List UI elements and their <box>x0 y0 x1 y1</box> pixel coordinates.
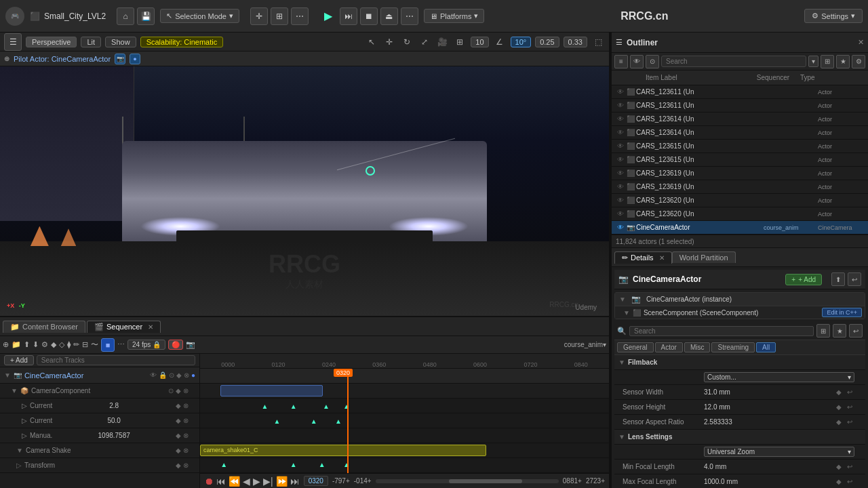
tab-content-browser[interactable]: 📁 Content Browser <box>3 321 85 333</box>
grid-icon[interactable]: ⊞ <box>453 35 467 49</box>
shake-del-icon[interactable]: ⊗ <box>183 447 189 454</box>
seq-record-display[interactable]: 🔴 <box>168 340 183 350</box>
nav-left-val[interactable]: -797+ <box>332 477 350 485</box>
record-icon[interactable]: ● <box>191 371 195 379</box>
outliner-item-cars-123615-a[interactable]: 👁 ⬛ CARS_123615 (Un Actor <box>612 140 868 153</box>
selection-mode-btn[interactable]: ↖ Selection Mode ▾ <box>160 9 239 23</box>
seq-pencil-icon[interactable]: ✏ <box>73 340 79 349</box>
platforms-btn[interactable]: 🖥 Platforms ▾ <box>424 9 484 23</box>
aspect-icon[interactable]: ⬚ <box>591 35 605 49</box>
det-grid-btn[interactable]: ⊞ <box>816 324 830 338</box>
to-start-btn[interactable]: ⏮ <box>216 476 226 487</box>
more-btn[interactable]: ⋯ <box>291 7 309 25</box>
outliner-item-cars-123620-a[interactable]: 👁 ⬛ CARS_123620 (Un Actor <box>612 194 868 207</box>
sequencer-tab-close[interactable]: ✕ <box>148 323 153 331</box>
sh-key-btn[interactable]: ◆ <box>834 403 844 412</box>
tab-details[interactable]: ✏ Details ✕ <box>614 251 672 264</box>
outliner-eye-btn[interactable]: 👁 <box>630 55 644 68</box>
step-back-btn[interactable]: ⏪ <box>229 476 240 487</box>
sa-reset-btn[interactable]: ↩ <box>845 418 854 427</box>
cc-key-icon[interactable]: ◆ <box>176 387 181 394</box>
sw-reset-btn[interactable]: ↩ <box>845 388 854 397</box>
play-transport-btn[interactable]: ▶ <box>253 476 260 487</box>
seq-import-icon[interactable]: ⬆ <box>24 340 30 349</box>
seq-add-icon[interactable]: ⊕ <box>3 340 9 349</box>
timecode-display[interactable]: 0320 <box>304 476 328 486</box>
transform-del-icon[interactable]: ⊗ <box>183 462 189 469</box>
lit-btn[interactable]: Lit <box>81 37 101 47</box>
angle-icon[interactable]: ∠ <box>493 35 507 49</box>
outliner-search-input[interactable] <box>661 56 806 67</box>
nav-mid-val[interactable]: -014+ <box>354 477 372 485</box>
seq-diamond-icon[interactable]: ◇ <box>59 340 64 349</box>
st2-key-icon[interactable]: ◆ <box>176 417 181 424</box>
eject-btn[interactable]: ⏏ <box>380 7 398 25</box>
cam-lock-btn[interactable]: 📷 <box>115 54 125 64</box>
more-play-btn[interactable]: ⋯ <box>401 7 418 25</box>
record-btn[interactable]: ⏺ <box>204 476 214 487</box>
subtab-misc[interactable]: Misc <box>684 342 711 352</box>
mf-key-btn[interactable]: ◆ <box>834 462 844 472</box>
col-item-label[interactable]: Item Label <box>646 74 746 81</box>
angle-value[interactable]: 10° <box>511 37 532 47</box>
sh-reset-btn[interactable]: ↩ <box>845 403 854 412</box>
seq-export-icon[interactable]: ⬇ <box>33 340 39 349</box>
opacity-value[interactable]: 0.33 <box>564 37 587 47</box>
outliner-sort-btn[interactable]: ⊙ <box>646 55 659 68</box>
scale-value[interactable]: 0.25 <box>535 37 559 47</box>
save-btn[interactable]: 💾 <box>137 7 155 25</box>
nav-right-val[interactable]: 2723+ <box>586 477 605 485</box>
translate-btn[interactable]: ✛ <box>250 7 268 25</box>
timeline-scrollbar[interactable] <box>376 479 559 483</box>
seq-dots-icon[interactable]: ⋯ <box>117 340 125 349</box>
sensor-height-value[interactable]: 12.0 mm <box>704 403 831 411</box>
seq-active-mode-btn[interactable]: ■ <box>101 338 115 352</box>
edit-in-cpp-btn[interactable]: Edit in C++ <box>822 308 862 317</box>
seq-filter-icon[interactable]: ⧫ <box>67 340 71 349</box>
cc-delete-icon[interactable]: ⊗ <box>183 387 189 394</box>
st2-del-icon[interactable]: ⊗ <box>183 417 189 424</box>
grid-value[interactable]: 10 <box>471 37 488 47</box>
seq-folder-icon[interactable]: 📁 <box>12 340 21 349</box>
st3-key-icon[interactable]: ◆ <box>176 432 181 439</box>
outliner-config-btn[interactable]: ⚙ <box>852 55 865 68</box>
filmback-preset-dropdown[interactable]: Custom... ▾ <box>704 372 854 382</box>
det-star-btn[interactable]: ★ <box>833 324 846 338</box>
vis-icon[interactable]: 👁 <box>150 371 157 379</box>
outliner-close-btn[interactable]: ✕ <box>858 38 864 47</box>
play-btn[interactable]: ▶ <box>319 7 337 25</box>
subtab-all[interactable]: All <box>756 342 776 352</box>
home-btn[interactable]: ⌂ <box>117 7 134 25</box>
seq-fps-display[interactable]: 24 fps 🔒 <box>127 340 165 350</box>
mf-reset-btn[interactable]: ↩ <box>845 462 854 472</box>
grid-btn[interactable]: ⊞ <box>271 7 288 25</box>
to-end-btn[interactable]: ⏭ <box>290 476 300 487</box>
outliner-item-cars-123614-b[interactable]: 👁 ⬛ CARS_123614 (Un Actor <box>612 126 868 140</box>
rotate-icon[interactable]: ↻ <box>400 35 414 49</box>
delete-track-icon[interactable]: ⊗ <box>184 371 189 379</box>
stop-btn[interactable]: ⏹ <box>360 7 378 25</box>
section-lens-settings[interactable]: ▼ Lens Settings <box>614 430 865 445</box>
outliner-filter-btn[interactable]: ≡ <box>614 55 628 68</box>
play-options-btn[interactable]: ⏭ <box>340 7 357 25</box>
scrollbar-thumb[interactable] <box>449 479 522 483</box>
prev-btn[interactable]: ◀ <box>243 476 250 487</box>
settings-btn[interactable]: ⚙ Settings ▾ <box>804 9 863 23</box>
outliner-star-btn[interactable]: ★ <box>836 55 850 68</box>
outliner-item-cinecameraactor[interactable]: 👁 📷 CineCameraActor course_anim CineCame… <box>612 221 868 235</box>
add-track-btn[interactable]: + Add <box>4 355 34 365</box>
det-rot-btn[interactable]: ↩ <box>849 324 863 338</box>
outliner-item-cars-123611-a[interactable]: 👁 ⬛ CARS_123611 (Un Actor <box>612 85 868 99</box>
translate-icon[interactable]: ✛ <box>382 35 396 49</box>
sw-key-btn[interactable]: ◆ <box>834 388 844 397</box>
seq-settings-icon[interactable]: ⚙ <box>41 340 48 349</box>
sensor-width-value[interactable]: 31.0 mm <box>704 388 831 396</box>
tab-sequencer[interactable]: 🎬 Sequencer ✕ <box>87 321 161 333</box>
tab-world-partition[interactable]: World Partition <box>672 251 736 263</box>
max-focal-value[interactable]: 1000.0 mm <box>704 478 831 485</box>
key-icon[interactable]: ◆ <box>176 371 182 379</box>
vp-hamburger-btn[interactable]: ☰ <box>4 33 22 51</box>
seq-cam-icon[interactable]: 📷 <box>186 340 195 349</box>
subtab-actor[interactable]: Actor <box>655 342 683 352</box>
xf-reset-btn[interactable]: ↩ <box>845 477 854 487</box>
